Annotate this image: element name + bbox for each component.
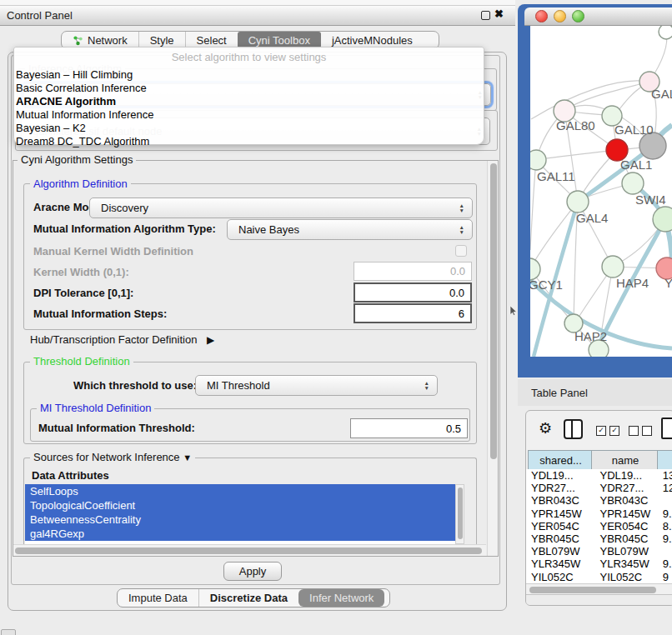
tab-cyni-toolbox[interactable]: Cyni Toolbox <box>238 32 321 48</box>
stepper-icon: ▲▼ <box>459 203 464 212</box>
which-threshold-combo[interactable]: MI Threshold ▲▼ <box>195 375 438 396</box>
algorithm-popup-placeholder: Select algorithm to view settings <box>14 51 484 63</box>
network-edge[interactable] <box>530 160 536 250</box>
network-edge[interactable] <box>536 150 617 160</box>
mac-close-button[interactable] <box>535 10 548 22</box>
column-header-partial[interactable] <box>657 450 672 471</box>
which-threshold-label: Which threshold to use: <box>73 379 197 392</box>
kernel-width-field[interactable]: 0.0 <box>354 262 472 281</box>
mi-type-combo[interactable]: Naive Bayes ▲▼ <box>227 219 473 240</box>
table-cell: YER054C <box>592 520 663 532</box>
collapsed-panel-button[interactable] <box>1 629 16 635</box>
deselect-all-checks-icon[interactable] <box>629 426 652 436</box>
network-node[interactable] <box>659 26 672 39</box>
network-icon <box>73 35 83 46</box>
algorithm-option[interactable]: Bayesian – K2 <box>14 122 484 135</box>
mac-minimize-button[interactable] <box>554 10 566 22</box>
table-row[interactable]: YDL19...YDL19...13 <box>528 469 672 482</box>
data-attributes-list[interactable]: SelfLoopsTopologicalCoefficientBetweenne… <box>25 484 455 544</box>
network-node[interactable] <box>602 256 624 278</box>
mi-threshold-field[interactable]: 0.5 <box>350 418 468 438</box>
dpi-tolerance-label: DPI Tolerance [0,1]: <box>33 287 133 299</box>
network-node-label: Y <box>664 276 672 290</box>
tab-infer-network[interactable]: Infer Network <box>298 589 384 607</box>
table-panel: ⚙ ✓ ✓ shared... name YDL19...YDL19...13Y… <box>525 410 672 606</box>
tab-impute-data[interactable]: Impute Data <box>118 589 198 607</box>
network-canvas[interactable]: GALGAL80GAL10GAL1GAL11SWI4GAL4GCY1HAP4YH… <box>530 26 672 357</box>
columns-icon[interactable] <box>564 419 583 439</box>
network-node[interactable] <box>530 150 546 170</box>
mac-zoom-button[interactable] <box>572 10 584 22</box>
mouse-cursor <box>509 306 518 317</box>
aracne-mode-value: Discovery <box>101 202 459 214</box>
column-header-shared[interactable]: shared... <box>528 450 594 471</box>
tab-network-label: Network <box>88 34 128 47</box>
attribute-list-item[interactable]: SelfLoops <box>25 484 455 498</box>
manual-kernel-checkbox[interactable] <box>455 245 467 257</box>
attributes-scrollbar[interactable] <box>455 484 464 544</box>
float-window-icon[interactable] <box>481 11 490 20</box>
table-cell: 9. <box>663 508 672 520</box>
tab-jactivemnodules-label: jActiveMNodules <box>332 34 413 47</box>
tab-jactivemnodules[interactable]: jActiveMNodules <box>321 32 424 48</box>
table-row[interactable]: YBL079WYBL079W <box>528 545 672 558</box>
attribute-list-item[interactable]: BetweennessCentrality <box>25 512 455 527</box>
settings-horizontal-scrollbar[interactable] <box>13 544 486 556</box>
table-row[interactable]: YER054CYER054C8. <box>528 520 672 532</box>
algorithm-options-list: Bayesian – Hill ClimbingBasic Correlatio… <box>14 68 484 148</box>
attribute-list-item[interactable]: gal4RGexp <box>25 527 455 541</box>
table-rows[interactable]: YDL19...YDL19...13YDR27...YDR27...12YBR0… <box>526 469 672 583</box>
network-node[interactable] <box>567 191 589 212</box>
apply-button[interactable]: Apply <box>223 562 282 581</box>
attribute-list-item[interactable]: TopologicalCoefficient <box>25 498 455 512</box>
network-node[interactable] <box>653 207 672 232</box>
network-graph: GALGAL80GAL10GAL1GAL11SWI4GAL4GCY1HAP4YH… <box>530 26 672 357</box>
algorithm-dropdown-popup: Select algorithm to view settings Bayesi… <box>13 47 484 145</box>
table-cell: YLR345W <box>528 558 592 570</box>
algorithm-option[interactable]: Basic Correlation Inference <box>14 82 484 95</box>
settings-vertical-scrollbar[interactable] <box>487 161 498 556</box>
document-icon[interactable] <box>661 418 672 439</box>
algorithm-option[interactable]: ARACNE Algorithm <box>14 95 484 108</box>
network-window-titlebar[interactable] <box>524 8 672 26</box>
table-row[interactable]: YBR045CYBR045C9. <box>528 532 672 545</box>
table-cell: YPR145W <box>528 508 592 520</box>
stepper-icon: ▲▼ <box>459 225 464 234</box>
tab-network[interactable]: Network <box>62 32 138 48</box>
gear-icon[interactable]: ⚙ <box>539 421 552 436</box>
table-cell: 8. <box>663 520 672 532</box>
hub-definition-expander[interactable]: Hub/Transcription Factor Definition ▶ <box>30 333 214 346</box>
table-row[interactable]: YPR145WYPR145W9. <box>528 508 672 520</box>
mi-threshold-label: Mutual Information Threshold: <box>38 422 195 434</box>
column-header-name[interactable]: name <box>591 450 659 471</box>
table-panel-header: Table Panel <box>518 379 672 406</box>
table-cell: YBR043C <box>592 494 663 507</box>
table-row[interactable]: YLR345WYLR345W9. <box>528 558 672 570</box>
network-node-label: GAL1 <box>620 158 652 172</box>
network-edge[interactable] <box>530 202 578 268</box>
aracne-mode-combo[interactable]: Discovery ▲▼ <box>89 198 473 218</box>
tab-select[interactable]: Select <box>185 32 238 48</box>
select-all-checks-icon[interactable]: ✓ ✓ <box>596 426 619 436</box>
network-node[interactable] <box>622 172 644 194</box>
tab-discretize-data[interactable]: Discretize Data <box>198 589 298 607</box>
algorithm-option[interactable]: Mutual Information Inference <box>14 108 484 122</box>
control-panel-header: Control Panel <box>0 6 515 26</box>
close-icon[interactable]: ✖ <box>494 8 504 20</box>
table-row[interactable]: YIL052CYIL052C9 <box>528 571 672 583</box>
mi-type-label: Mutual Information Algorithm Type: <box>33 222 216 235</box>
algorithm-option[interactable]: Dream8 DC_TDC Algorithm <box>14 135 484 148</box>
tab-cyni-toolbox-label: Cyni Toolbox <box>248 34 310 47</box>
network-node-label: GAL80 <box>556 118 595 132</box>
tab-style-label: Style <box>150 34 174 47</box>
table-row[interactable]: YBR043CYBR043C <box>528 494 672 507</box>
table-row[interactable]: YDR27...YDR27...12 <box>528 482 672 494</box>
dpi-tolerance-field[interactable]: 0.0 <box>354 282 472 302</box>
algorithm-option[interactable]: Bayesian – Hill Climbing <box>14 68 484 82</box>
network-node-label: GCY1 <box>530 278 563 292</box>
sources-group-title[interactable]: Sources for Network Inference ▼ <box>30 452 195 463</box>
tab-style[interactable]: Style <box>138 32 185 48</box>
mi-steps-field[interactable]: 6 <box>354 303 472 323</box>
table-cell: YDL19... <box>592 469 663 482</box>
table-horizontal-scrollbar[interactable] <box>526 583 672 595</box>
